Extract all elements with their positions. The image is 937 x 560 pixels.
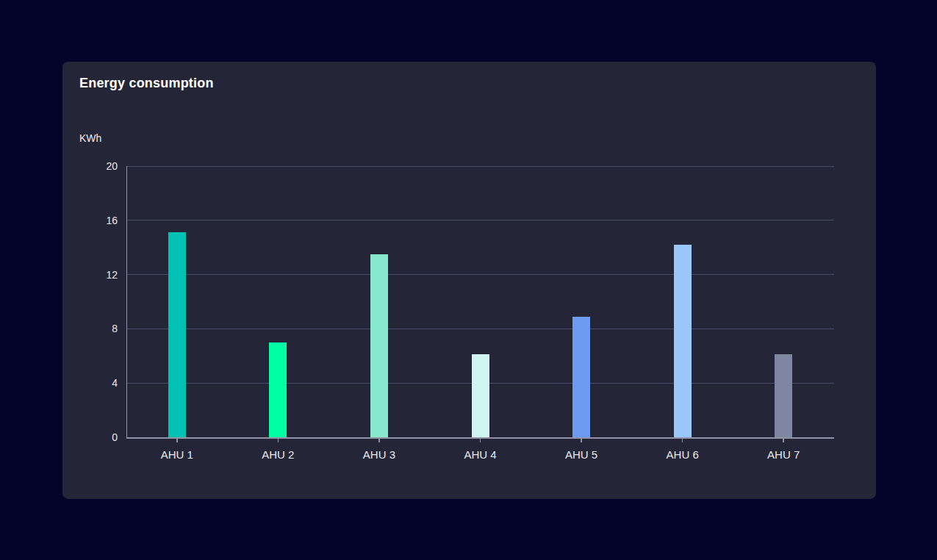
x-axis-tick [176,439,178,442]
x-axis-tick-label: AHU 5 [537,448,625,462]
x-axis-tick [278,439,279,442]
x-axis-tick [682,439,683,442]
x-axis-tick-label: AHU 7 [739,448,827,462]
x-axis-tick [378,439,380,442]
bar-ahu-5[interactable] [572,317,590,437]
bar-ahu-1[interactable] [168,232,186,437]
gridline-16 [126,220,834,220]
bar-ahu-3[interactable] [370,254,388,437]
bar-chart: 048121620AHU 1AHU 2AHU 3AHU 4AHU 5AHU 6A… [62,62,876,499]
x-axis-tick-label: AHU 3 [335,448,423,462]
bar-ahu-6[interactable] [674,245,692,437]
bar-ahu-7[interactable] [775,354,792,437]
y-axis-tick-label: 0 [88,431,118,444]
x-axis-tick [581,439,582,442]
y-axis-tick-label: 8 [88,322,118,335]
y-axis-tick-label: 16 [88,214,118,227]
bar-ahu-4[interactable] [472,354,489,437]
x-axis-tick [783,439,784,442]
x-axis-tick [480,439,481,442]
x-axis-tick-label: AHU 1 [133,448,221,462]
y-axis-tick-label: 12 [88,268,118,281]
x-axis-tick-label: AHU 2 [234,448,322,462]
x-axis-tick-label: AHU 6 [639,448,727,462]
bar-ahu-2[interactable] [269,342,287,437]
y-axis-line [126,166,127,437]
gridline-20 [126,166,834,167]
y-axis-tick-label: 4 [88,376,118,390]
energy-consumption-card: Energy consumption KWh 048121620AHU 1AHU… [62,62,876,499]
gridline-12 [126,274,834,275]
gridline-8 [126,329,834,329]
y-axis-tick-label: 20 [88,159,118,173]
x-axis-tick-label: AHU 4 [437,448,525,462]
